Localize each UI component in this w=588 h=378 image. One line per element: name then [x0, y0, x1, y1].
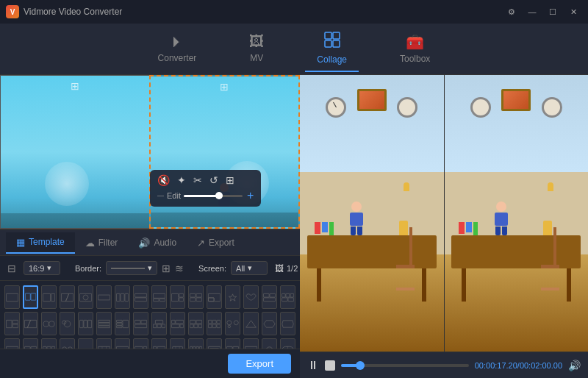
template-r3-12[interactable]	[207, 338, 222, 349]
template-r3-1[interactable]	[4, 338, 20, 349]
border-select[interactable]: ▾	[106, 261, 157, 275]
template-r3-3[interactable]	[41, 338, 57, 349]
close-btn[interactable]: ✕	[564, 5, 582, 18]
template-r2-5[interactable]	[78, 312, 93, 335]
template-r2-13[interactable]	[225, 312, 240, 335]
template-r3-14[interactable]	[243, 338, 259, 349]
template-5grid[interactable]	[280, 285, 295, 309]
template-top2bottom[interactable]	[262, 285, 277, 309]
tab-template[interactable]: ▦ Template	[6, 232, 75, 254]
svg-rect-27	[190, 297, 196, 301]
svg-rect-3	[333, 40, 340, 47]
export-button[interactable]: Export	[228, 354, 291, 374]
copy-icon[interactable]: ⊞	[226, 174, 234, 186]
template-r2-16[interactable]	[280, 312, 295, 335]
progress-bar[interactable]	[341, 364, 469, 367]
nav-converter[interactable]: ⏵ Converter	[146, 27, 209, 71]
edit-toolbar: 🔇 ✦ ✂ ↺ ⊞ — Edit +	[150, 170, 261, 207]
svg-point-99	[62, 346, 67, 349]
template-wide[interactable]	[96, 285, 112, 309]
svg-point-12	[83, 295, 88, 300]
svg-rect-75	[198, 324, 202, 327]
svg-rect-33	[263, 293, 269, 297]
screen-select[interactable]: All ▾	[231, 261, 268, 275]
template-r3-6[interactable]	[96, 338, 112, 349]
star-icon[interactable]: ✦	[177, 174, 186, 186]
template-r3-5[interactable]: ▶▶	[78, 338, 93, 349]
template-r2-10[interactable]	[170, 312, 185, 335]
minimize-btn[interactable]: —	[523, 5, 541, 18]
template-r2-8[interactable]	[133, 312, 148, 335]
template-3uneven[interactable]	[151, 285, 167, 309]
nav-mv[interactable]: 🖼 MV	[237, 27, 276, 71]
tab-filter[interactable]: ☁ Filter	[75, 233, 129, 253]
settings-btn[interactable]: ⚙	[503, 5, 520, 18]
template-r3-11[interactable]	[188, 338, 204, 349]
template-r3-15[interactable]	[262, 338, 277, 349]
template-3col[interactable]	[115, 285, 130, 309]
tab-audio[interactable]: 🔊 Audio	[128, 233, 187, 253]
svg-rect-92	[31, 346, 37, 349]
border-grid-icon[interactable]: ⊞	[162, 263, 171, 274]
window-controls[interactable]: ⚙ — ☐ ✕	[503, 5, 582, 18]
volume-slider[interactable]	[184, 195, 243, 197]
template-star[interactable]	[225, 285, 240, 309]
add-icon[interactable]: +	[247, 189, 254, 202]
template-2row[interactable]	[133, 285, 148, 309]
tab-template-label: Template	[29, 237, 65, 247]
border-style-icon[interactable]: ≋	[175, 263, 184, 274]
ratio-chevron: ▾	[47, 263, 51, 273]
stop-button[interactable]	[325, 360, 335, 371]
svg-rect-40	[288, 297, 294, 301]
template-r3-7[interactable]	[115, 338, 130, 349]
template-r3-13[interactable]	[225, 338, 240, 349]
template-r2-14[interactable]	[243, 312, 259, 335]
template-r2-15[interactable]	[262, 312, 277, 335]
template-r2-6[interactable]	[96, 312, 112, 335]
template-r2-7[interactable]	[115, 312, 130, 335]
template-r3-9[interactable]	[151, 338, 167, 349]
nav-collage[interactable]: Collage	[305, 26, 359, 72]
svg-point-84	[228, 325, 230, 327]
template-2col[interactable]	[23, 285, 38, 309]
template-heart[interactable]	[243, 285, 259, 309]
template-circle[interactable]	[78, 285, 93, 309]
svg-rect-41	[6, 320, 12, 327]
svg-rect-59	[116, 326, 122, 328]
svg-rect-26	[196, 293, 202, 297]
template-r2-2[interactable]	[23, 312, 38, 335]
template-r3-16[interactable]	[280, 338, 295, 349]
template-left2right[interactable]	[170, 285, 185, 309]
template-single[interactable]	[4, 285, 20, 309]
mute-icon[interactable]: 🔇	[157, 174, 170, 186]
ratio-select[interactable]: 16:9 ▾	[24, 261, 60, 275]
template-r2-9[interactable]	[151, 312, 167, 335]
svg-rect-61	[141, 320, 147, 324]
maximize-btn[interactable]: ☐	[544, 5, 562, 18]
template-r3-10[interactable]	[170, 338, 185, 349]
template-r3-2[interactable]	[23, 338, 38, 349]
template-r2-1[interactable]	[4, 312, 20, 335]
video-slot-left[interactable]: ⊞	[0, 75, 149, 229]
svg-marker-86	[264, 320, 275, 327]
pause-button[interactable]: ⏸	[307, 359, 319, 372]
svg-rect-110	[143, 346, 147, 349]
template-4grid[interactable]	[188, 285, 204, 309]
svg-rect-1	[333, 32, 340, 39]
template-r2-12[interactable]	[207, 312, 222, 335]
scissors-icon[interactable]: ✂	[193, 174, 202, 186]
template-corner[interactable]	[207, 285, 222, 309]
edit-toolbar-bottom: — Edit +	[157, 189, 254, 202]
svg-rect-5	[25, 293, 30, 300]
tab-export[interactable]: ↗ Export	[187, 233, 245, 253]
undo-icon[interactable]: ↺	[209, 174, 218, 186]
volume-button[interactable]: 🔊	[568, 360, 581, 371]
template-r2-4[interactable]	[60, 312, 75, 335]
template-r3-8[interactable]	[133, 338, 148, 349]
template-r3-4[interactable]	[60, 338, 75, 349]
template-r2-3[interactable]	[41, 312, 57, 335]
nav-toolbox[interactable]: 🧰 Toolbox	[388, 27, 442, 71]
template-diagonal[interactable]	[60, 285, 75, 309]
template-2col-uneven[interactable]	[41, 285, 57, 309]
template-r2-11[interactable]	[188, 312, 204, 335]
